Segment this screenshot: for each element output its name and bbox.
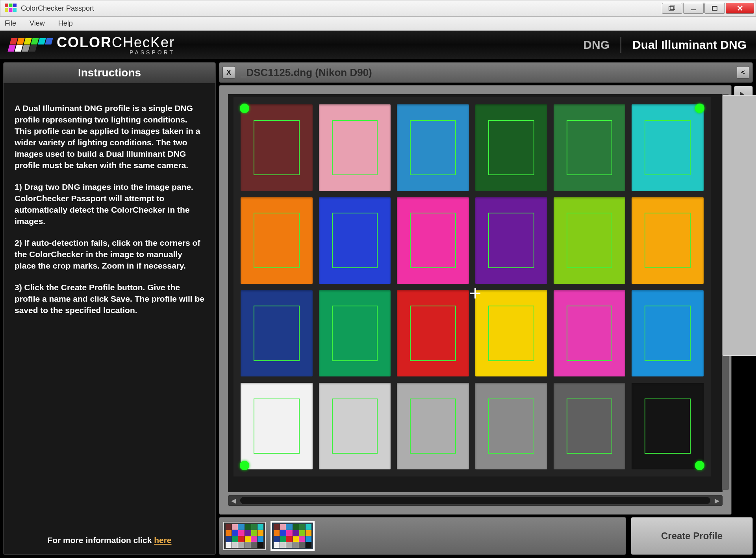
close-button[interactable]: ✕ [726, 3, 754, 14]
color-patch [397, 383, 469, 469]
app-icon [4, 1, 18, 15]
color-patch [319, 383, 391, 469]
menu-help[interactable]: Help [58, 19, 73, 28]
collapse-button[interactable]: < [737, 66, 749, 79]
svg-rect-4 [9, 8, 13, 12]
logo-icon [6, 34, 56, 56]
vertical-scrollbar[interactable] [722, 94, 729, 490]
menubar: File View Help [0, 17, 756, 31]
color-patch [632, 290, 704, 377]
color-patch [397, 104, 469, 191]
instructions-p3: 2) If auto-detection fails, click on the… [15, 237, 204, 272]
more-info-link[interactable]: here [154, 536, 171, 545]
image-tabbar: X _DSC1125.dng (Nikon D90) < [219, 62, 753, 83]
mode-dual-illuminant[interactable]: Dual Illuminant DNG [632, 38, 747, 52]
color-patch [319, 104, 391, 191]
crop-corner-tl[interactable] [240, 104, 249, 113]
color-patch [397, 290, 469, 377]
color-patch [632, 197, 704, 284]
center-crosshair-icon [470, 288, 480, 298]
scroll-left-icon[interactable]: ◀ [228, 495, 239, 506]
instructions-p2: 1) Drag two DNG images into the image pa… [15, 182, 204, 227]
color-patch [554, 383, 626, 469]
image-filename: _DSC1125.dng (Nikon D90) [241, 67, 737, 79]
crop-corner-tr[interactable] [695, 104, 704, 113]
instructions-title: Instructions [4, 63, 215, 83]
svg-rect-1 [9, 4, 13, 7]
svg-rect-5 [13, 8, 17, 12]
svg-rect-9 [712, 6, 717, 10]
instructions-p4: 3) Click the Create Profile button. Give… [15, 282, 204, 316]
color-patch [554, 197, 626, 284]
instructions-p1: A Dual Illuminant DNG profile is a singl… [15, 103, 204, 171]
mode-separator [621, 37, 621, 53]
brand-bar: COLORCHecKer PASSPORT DNG Dual Illuminan… [0, 31, 756, 59]
scroll-right-icon[interactable]: ▶ [712, 495, 722, 506]
color-patch [241, 383, 313, 469]
create-profile-button[interactable]: Create Profile [631, 517, 753, 555]
color-patch [475, 290, 547, 377]
color-patch [475, 104, 547, 191]
instructions-panel: Instructions A Dual Illuminant DNG profi… [3, 62, 216, 555]
menu-view[interactable]: View [30, 19, 45, 28]
svg-rect-2 [13, 4, 17, 7]
titlebar: ColorChecker Passport ✕ [0, 0, 756, 17]
color-patch [397, 197, 469, 284]
brand-text: COLORCHecKer [57, 34, 175, 51]
instructions-footer: For more information click here [4, 526, 215, 554]
svg-rect-0 [5, 4, 8, 7]
color-patch [475, 197, 547, 284]
image-canvas[interactable] [228, 94, 723, 492]
color-patch [241, 104, 313, 191]
minimize-button[interactable] [683, 3, 704, 14]
tab-close-button[interactable]: X [222, 66, 235, 79]
menu-file[interactable]: File [5, 19, 16, 28]
lower-button[interactable] [662, 3, 682, 14]
color-patch [554, 290, 626, 377]
color-patch [475, 383, 547, 469]
color-patch [319, 290, 391, 377]
color-patch [241, 197, 313, 284]
color-patch [241, 290, 313, 377]
thumbnail-1[interactable] [223, 522, 266, 550]
window-title: ColorChecker Passport [21, 4, 662, 13]
color-patch [319, 197, 391, 284]
crop-corner-br[interactable] [695, 461, 704, 470]
colorchecker-grid [233, 97, 711, 476]
svg-rect-3 [5, 8, 8, 12]
color-patch [632, 383, 704, 469]
crop-corner-bl[interactable] [240, 461, 249, 470]
thumbnail-strip [219, 517, 626, 555]
color-patch [554, 104, 626, 191]
mode-dng[interactable]: DNG [583, 38, 610, 52]
thumbnail-2[interactable] [271, 522, 314, 550]
horizontal-scrollbar[interactable]: ◀ ▶ [228, 495, 723, 506]
maximize-button[interactable] [704, 3, 725, 14]
color-patch [632, 104, 704, 191]
image-viewport: ◀ ▶ [219, 85, 732, 515]
